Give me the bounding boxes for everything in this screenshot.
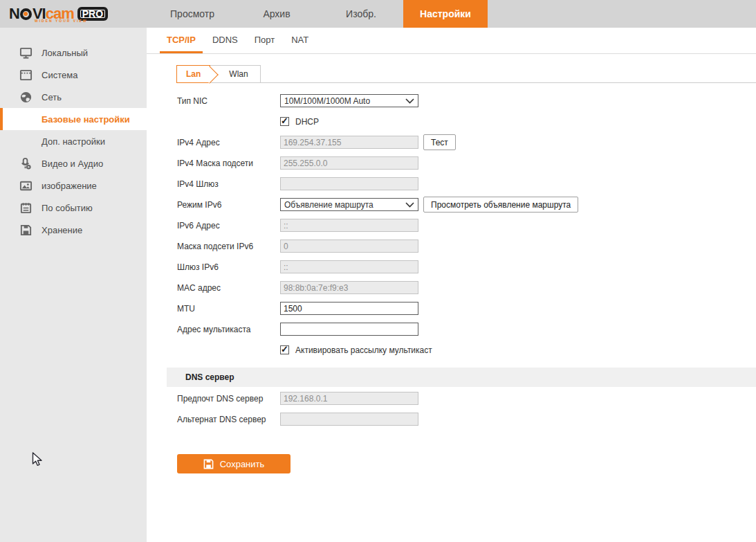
ipv4-gateway-row: IPv4 Шлюз (177, 177, 756, 190)
sidebar-item-event[interactable]: По событию (0, 197, 147, 219)
multicast-address-label: Адрес мультикаста (177, 325, 280, 334)
dhcp-label: DHCP (295, 117, 319, 127)
tab-tcpip[interactable]: TCP/IP (160, 28, 203, 53)
audio-video-icon (19, 157, 33, 170)
logo-tagline: WIDEN YOUR VIEW (35, 19, 88, 23)
ipv4-mask-label: IPv4 Маска подсети (177, 159, 280, 168)
ipv6-gateway-row: Шлюз IPv6 (177, 260, 756, 273)
sidebar-item-basic-settings[interactable]: Базовые настройки (0, 108, 147, 130)
tcpip-form: Тип NIC 10M/100M/1000M Auto DHCP IPv4 Ад… (177, 94, 756, 473)
system-icon (19, 69, 33, 82)
ipv6-address-row: IPv6 Адрес (177, 219, 756, 232)
sidebar-item-label: Система (42, 70, 77, 80)
alternate-dns-label: Альтернат DNS сервер (177, 415, 280, 424)
sidebar-item-network[interactable]: Сеть (0, 86, 147, 108)
dhcp-checkbox[interactable] (280, 117, 289, 126)
test-button[interactable]: Тест (423, 134, 456, 150)
multicast-enable-checkbox[interactable] (280, 345, 289, 354)
image-icon (19, 179, 33, 192)
network-tabs: TCP/IP DDNS Порт NAT (147, 28, 756, 54)
subtab-baseline (261, 65, 756, 83)
multicast-address-row: Адрес мультикаста (177, 323, 756, 336)
chevron-down-icon (405, 200, 414, 210)
ipv6-address-input (280, 219, 418, 232)
ipv6-address-label: IPv6 Адрес (177, 221, 280, 231)
monitor-icon (19, 46, 33, 60)
sidebar-item-image[interactable]: изображение (0, 174, 147, 197)
ipv6-mode-select[interactable]: Объявление маршрута (280, 198, 418, 211)
ipv4-address-row: IPv4 Адрес Тест (177, 136, 756, 149)
sidebar: Локальный Система Сеть Базовые настройки… (0, 28, 147, 542)
mac-address-label: MAC адрес (177, 283, 280, 293)
ipv4-gateway-input (280, 177, 418, 190)
dhcp-row: DHCP (177, 115, 756, 128)
ipv6-gateway-label: Шлюз IPv6 (177, 262, 280, 272)
ipv4-address-input (280, 136, 418, 149)
logo-text: N (9, 5, 19, 23)
sidebar-item-label: Хранение (42, 225, 82, 235)
nic-type-row: Тип NIC 10M/100M/1000M Auto (177, 94, 756, 107)
nav-item-settings[interactable]: Настройки (403, 0, 488, 28)
preferred-dns-input (280, 392, 418, 405)
tab-port[interactable]: Порт (248, 28, 282, 53)
sidebar-item-label: изображение (42, 181, 97, 191)
ipv6-mode-value: Объявление маршрута (284, 200, 374, 210)
sidebar-item-label: Базовые настройки (42, 114, 130, 125)
nic-type-label: Тип NIC (177, 96, 280, 106)
top-bar: N VI cam PRO WIDEN YOUR VIEW Просмотр Ар… (0, 0, 756, 28)
nav-item-view[interactable]: Просмотр (150, 0, 234, 28)
dns-section-header: DNS сервер (167, 368, 756, 387)
ipv4-gateway-label: IPv4 Шлюз (177, 179, 280, 189)
mtu-input[interactable] (280, 302, 418, 315)
sidebar-item-label: Сеть (42, 92, 62, 102)
subtab-lan[interactable]: Lan (176, 65, 210, 83)
preferred-dns-label: Предпочт DNS сервер (177, 394, 280, 404)
lan-wlan-subtabs: Lan Wlan (176, 65, 756, 83)
nic-type-value: 10M/100M/1000M Auto (284, 96, 370, 106)
sidebar-item-advanced-settings[interactable]: Доп. настройки (0, 130, 147, 152)
alternate-dns-input (280, 413, 418, 426)
network-icon (19, 91, 33, 104)
ipv6-mask-row: Маска подсети IPv6 (177, 240, 756, 253)
sidebar-item-system[interactable]: Система (0, 64, 147, 86)
nic-type-select[interactable]: 10M/100M/1000M Auto (280, 94, 418, 107)
ipv4-mask-row: IPv4 Маска подсети (177, 156, 756, 170)
sidebar-item-video-audio[interactable]: Видео и Аудио (0, 152, 147, 174)
novicam-logo: N VI cam PRO WIDEN YOUR VIEW (0, 0, 142, 28)
save-button[interactable]: Сохранить (177, 454, 291, 473)
alternate-dns-row: Альтернат DNS сервер (177, 413, 756, 426)
sidebar-item-label: По событию (42, 203, 93, 213)
ipv6-mask-label: Маска подсети IPv6 (177, 242, 280, 251)
tab-ddns[interactable]: DDNS (205, 28, 245, 53)
save-button-label: Сохранить (220, 459, 265, 469)
ipv6-gateway-input (280, 260, 418, 273)
multicast-enable-row: Активировать рассылку мультикаст (177, 343, 756, 356)
multicast-address-input[interactable] (280, 323, 418, 336)
nav-item-archive[interactable]: Архив (234, 0, 319, 28)
sidebar-item-local[interactable]: Локальный (0, 42, 147, 64)
main-nav: Просмотр Архив Изобр. Настройки (150, 0, 488, 28)
ipv4-mask-input (280, 156, 418, 170)
mac-address-input (280, 281, 418, 294)
nav-item-image[interactable]: Изобр. (319, 0, 403, 28)
ipv6-mode-label: Режим IPv6 (177, 200, 280, 210)
sidebar-item-label: Доп. настройки (42, 136, 105, 147)
sidebar-item-label: Локальный (42, 48, 88, 58)
sidebar-item-label: Видео и Аудио (42, 159, 103, 169)
ipv4-address-label: IPv4 Адрес (177, 138, 280, 147)
logo-lens-icon (20, 8, 32, 20)
event-icon (19, 201, 33, 215)
ipv6-mask-input (280, 240, 418, 253)
view-route-advertisement-button[interactable]: Просмотреть объявление маршрута (423, 197, 578, 213)
storage-icon (19, 224, 33, 237)
tab-nat[interactable]: NAT (284, 28, 315, 53)
ipv6-mode-row: Режим IPv6 Объявление маршрута Просмотре… (177, 198, 756, 211)
multicast-enable-label: Активировать рассылку мультикаст (295, 345, 432, 355)
mtu-row: MTU (177, 302, 756, 315)
save-icon (203, 459, 214, 469)
mtu-label: MTU (177, 304, 280, 314)
sidebar-item-storage[interactable]: Хранение (0, 219, 147, 241)
mac-address-row: MAC адрес (177, 281, 756, 294)
preferred-dns-row: Предпочт DNS сервер (177, 392, 756, 405)
settings-content: TCP/IP DDNS Порт NAT Lan Wlan Тип NIC 10… (147, 28, 756, 542)
